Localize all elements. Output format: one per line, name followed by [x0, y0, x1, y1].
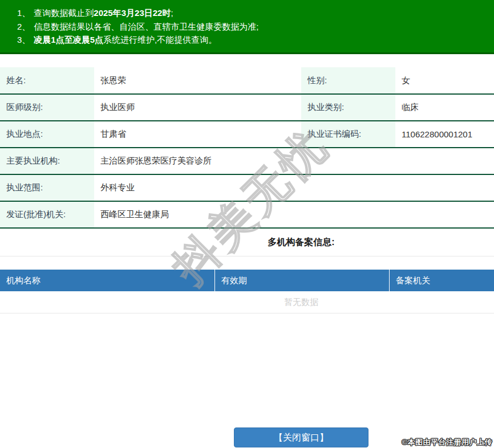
notice-3-num: 3、: [17, 35, 30, 44]
close-window-button[interactable]: 【关闭窗口】: [234, 427, 369, 447]
query-result-page: 1、查询数据截止到2025年3月23日22时; 2、信息数据结果以各省、自治区、…: [0, 0, 494, 448]
notice-line-1: 1、查询数据截止到2025年3月23日22时;: [17, 6, 488, 20]
table-row: 执业范围: 外科专业: [0, 174, 494, 201]
notice-3-post: 系统进行维护,不能提供查询。: [103, 35, 217, 44]
field-label-practice-scope: 执业范围:: [0, 174, 94, 201]
column-header-registration-authority: 备案机关: [389, 270, 494, 291]
field-value-issuing-authority: 西峰区卫生健康局: [94, 201, 494, 228]
notice-1-post: ;: [171, 8, 173, 18]
registration-table-header: 机构名称 有效期 备案机关: [0, 270, 494, 291]
practitioner-info-table: 姓名: 张恩荣 性别: 女 医师级别: 执业医师 执业类别: 临床 执业地点: …: [0, 67, 494, 229]
field-label-doctor-level: 医师级别:: [0, 94, 94, 121]
notice-banner: 1、查询数据截止到2025年3月23日22时; 2、信息数据结果以各省、自治区、…: [0, 0, 494, 54]
field-value-practice-category: 临床: [395, 94, 494, 121]
table-row: 执业地点: 甘肃省 执业证书编码: 110622800001201: [0, 121, 494, 148]
field-value-certificate-no: 110622800001201: [395, 121, 494, 148]
notice-2-num: 2、: [17, 22, 30, 31]
table-row: 姓名: 张恩荣 性别: 女: [0, 67, 494, 94]
notice-1-num: 1、: [17, 8, 30, 18]
column-header-validity-period: 有效期: [214, 270, 389, 291]
field-value-doctor-level: 执业医师: [94, 94, 301, 121]
table-row: 医师级别: 执业医师 执业类别: 临床: [0, 94, 494, 121]
multi-institution-section-title: 多机构备案信息:: [108, 229, 494, 256]
field-label-main-institution: 主要执业机构:: [0, 148, 94, 174]
field-label-gender: 性别:: [301, 67, 395, 94]
field-label-practice-location: 执业地点:: [0, 121, 94, 148]
table-row: 发证(批准)机关: 西峰区卫生健康局: [0, 201, 494, 228]
field-label-name: 姓名:: [0, 67, 94, 94]
notice-1-text: 查询数据截止到: [34, 8, 94, 18]
notice-1-bold: 2025年3月23日22时: [94, 8, 171, 18]
empty-state-text: 暂无数据: [108, 291, 494, 313]
field-value-main-institution: 主治医师张恩荣医疗美容诊所: [94, 148, 494, 174]
field-value-practice-scope: 外科专业: [94, 174, 494, 201]
spacer: [0, 256, 494, 270]
notice-3-bold: 凌晨1点至凌晨5点: [34, 35, 103, 44]
field-value-name: 张恩荣: [94, 67, 301, 94]
column-header-institution-name: 机构名称: [0, 270, 214, 291]
field-label-issuing-authority: 发证(批准)机关:: [0, 201, 94, 228]
divider: [0, 313, 494, 313]
notice-2-text: 信息数据结果以各省、自治区、直辖市卫生健康委数据为准;: [34, 22, 258, 31]
notice-line-2: 2、信息数据结果以各省、自治区、直辖市卫生健康委数据为准;: [17, 20, 488, 34]
field-label-certificate-no: 执业证书编码:: [301, 121, 395, 148]
notice-line-3: 3、凌晨1点至凌晨5点系统进行维护,不能提供查询。: [17, 33, 488, 47]
field-label-practice-category: 执业类别:: [301, 94, 395, 121]
field-value-gender: 女: [395, 67, 494, 94]
table-row: 主要执业机构: 主治医师张恩荣医疗美容诊所: [0, 148, 494, 174]
platform-credit-watermark: ©本图由平台注册用户上传: [402, 437, 492, 447]
field-value-practice-location: 甘肃省: [94, 121, 301, 148]
